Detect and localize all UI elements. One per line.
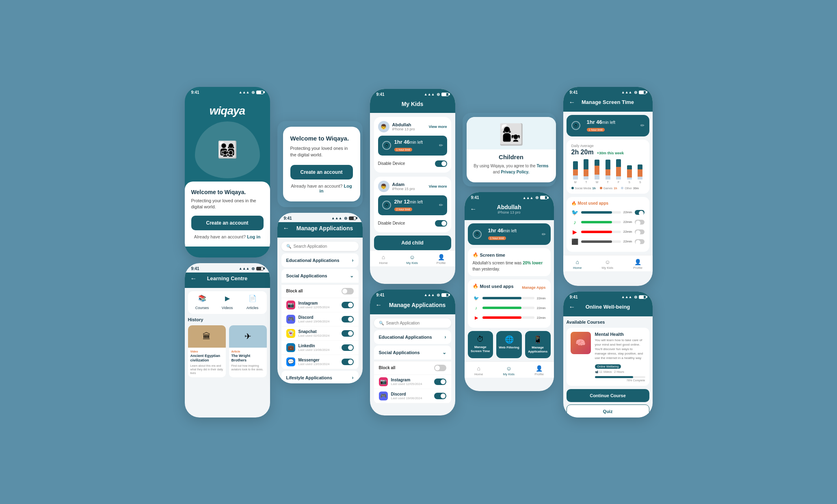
- category-social[interactable]: Social Applications ⌄: [281, 269, 359, 283]
- login-link-splash[interactable]: Log in: [247, 234, 260, 239]
- battery-icon-detail: [540, 196, 547, 199]
- edit-icon-detail[interactable]: ✏: [542, 231, 546, 237]
- back-button-wellbeing[interactable]: ←: [569, 303, 575, 311]
- edit-icon-adam[interactable]: ✏: [439, 202, 443, 208]
- back-button-manage2[interactable]: ←: [376, 301, 382, 309]
- quick-action-screentime[interactable]: ⏱ Manage Screen Time: [468, 331, 493, 358]
- spotify-bar-st: [581, 221, 621, 223]
- login-prompt-card: Already have an account? Log in: [290, 184, 353, 193]
- app4-bar-st: [581, 240, 621, 243]
- twitter-toggle-st[interactable]: [635, 210, 645, 215]
- app4-time-st: 22min: [623, 240, 632, 243]
- back-button-screentime[interactable]: ←: [569, 99, 575, 106]
- spotify-toggle-st[interactable]: [635, 220, 645, 225]
- instagram-icon-2: 📷: [379, 377, 388, 386]
- nav-kids-screentime[interactable]: ☺My Kids: [602, 259, 613, 270]
- edit-icon-abdullah[interactable]: ✏: [439, 143, 443, 148]
- quick-actions: ⏱ Manage Screen Time 🌐 Web Filtering 📱 M…: [465, 331, 554, 361]
- category-social-2[interactable]: Social Applications ⌄: [374, 346, 451, 359]
- add-child-button[interactable]: Add child: [374, 236, 451, 250]
- terms-link[interactable]: Terms: [536, 164, 548, 168]
- column-5: 9:41 ▲▲▲ ⊜ ← Manage Screen Time ⏱ 1hr 46…: [563, 87, 653, 417]
- tab-videos[interactable]: ▶ Videos: [215, 294, 240, 311]
- articles-icon: 📄: [240, 294, 265, 302]
- category-educational-2[interactable]: Educational Applications ›: [374, 330, 451, 344]
- create-account-button-splash[interactable]: Create an account: [191, 216, 264, 230]
- status-icons-splash: ▲▲▲ ⊜: [239, 90, 264, 95]
- edit-icon-screentime[interactable]: ✏: [640, 123, 645, 128]
- time-left-detail: 1hr 46min left: [488, 227, 517, 234]
- app4-toggle-st[interactable]: [635, 239, 645, 244]
- usage-row-twitter-detail: 🐦 22min: [473, 294, 546, 302]
- manage-apps-title: Manage Applications: [293, 225, 357, 231]
- category-lifestyle[interactable]: Lifestyle Applications ›: [281, 371, 359, 383]
- status-icons-manage2: ▲▲▲ ⊜: [424, 293, 449, 297]
- nav-kids-kids[interactable]: ☺My Kids: [407, 254, 418, 265]
- nav-profile-detail[interactable]: 👤Profile: [534, 365, 544, 376]
- daily-section: Daily Average 2h 20m +30m this week M: [567, 140, 649, 194]
- course-meta: 📹 11 Videos · 2 Hours: [595, 370, 645, 374]
- search-input-manage[interactable]: [294, 244, 354, 249]
- nav-profile-kids[interactable]: 👤Profile: [437, 254, 446, 265]
- app-item-instagram: 📷 Instagram Last used 12/05/2024: [281, 298, 359, 312]
- nav-profile-screentime[interactable]: 👤Profile: [633, 259, 642, 270]
- discord-toggle[interactable]: [342, 316, 354, 322]
- fire-icon-screentime: 🔥: [473, 252, 478, 257]
- welcome-heading: Welcome to Wiqaya.: [290, 135, 353, 142]
- quick-action-apps[interactable]: 📱 Manage Applications: [525, 331, 551, 358]
- nav-kids-detail[interactable]: ☺My Kids: [503, 365, 515, 376]
- nav-home-detail[interactable]: ⌂Home: [474, 365, 483, 376]
- spotify-time-detail: 22min: [537, 306, 546, 310]
- history-card-body-1: Video Ancient Egyptian civilization Lear…: [188, 348, 226, 378]
- search-box-manage: 🔍: [281, 242, 359, 251]
- back-button-manage[interactable]: ←: [283, 225, 290, 232]
- quick-action-webfilter[interactable]: 🌐 Web Filtering: [496, 331, 522, 358]
- nav-home-screentime[interactable]: ⌂Home: [573, 259, 582, 270]
- instagram-toggle[interactable]: [342, 302, 354, 308]
- kid-device-adam: iPhone 15 pro: [392, 187, 429, 191]
- tab-courses[interactable]: 📚 Courses: [190, 294, 215, 311]
- phone-screentime: 9:41 ▲▲▲ ⊜ ← Manage Screen Time ⏱ 1hr 46…: [563, 87, 653, 286]
- twitter-time-detail: 22min: [537, 296, 546, 300]
- manage-apps-link-detail[interactable]: Manage Apps: [522, 286, 545, 290]
- quiz-button[interactable]: Quiz: [567, 404, 649, 417]
- back-button-detail[interactable]: ←: [470, 205, 477, 213]
- nav-home-kids[interactable]: ⌂Home: [379, 254, 387, 265]
- available-courses: Available Courses 🧠 Mental Health You wi…: [563, 316, 653, 386]
- tab-articles[interactable]: 📄 Articles: [240, 294, 265, 311]
- disable-toggle-abdullah[interactable]: [435, 160, 447, 167]
- block-all-toggle[interactable]: [342, 288, 354, 294]
- messenger-toggle[interactable]: [342, 359, 354, 365]
- history-card-1[interactable]: 🏛 Video Ancient Egyptian civilization Le…: [188, 325, 226, 378]
- course-badge: Online Wellbeing: [595, 364, 621, 369]
- status-bar-manage2: 9:41 ▲▲▲ ⊜: [370, 290, 455, 299]
- view-more-adam[interactable]: View more: [429, 184, 447, 188]
- discord-toggle-2[interactable]: [434, 393, 446, 399]
- youtube-icon-st: ▶: [571, 228, 579, 236]
- continue-course-button[interactable]: Continue Course: [567, 389, 649, 402]
- disable-toggle-adam[interactable]: [435, 220, 447, 227]
- chevron-social: ⌄: [350, 273, 354, 279]
- category-educational[interactable]: Educational Applications ›: [281, 253, 359, 267]
- search-input-manage2[interactable]: [386, 321, 446, 325]
- kid-name-adam: Adam: [392, 182, 429, 187]
- manage-apps-title-2: Manage Applications: [385, 302, 450, 308]
- progress-bar-wrap: [595, 376, 645, 378]
- time-manage2: 9:41: [376, 293, 385, 297]
- battery-icon-screentime: [639, 91, 646, 94]
- create-account-button-card[interactable]: Create an account: [290, 165, 353, 180]
- instagram-toggle-2[interactable]: [434, 379, 446, 385]
- snapchat-toggle[interactable]: [342, 330, 354, 337]
- home-icon-detail: ⌂: [474, 365, 483, 372]
- linkedin-icon: 💼: [286, 343, 295, 352]
- screentime-header: ← Manage Screen Time: [563, 96, 653, 112]
- privacy-link[interactable]: Privacy Policy.: [501, 170, 529, 174]
- welcome-subheading: Protecting your loved ones in the digita…: [290, 145, 353, 158]
- history-card-2[interactable]: ✈ Article The Wright Brothers Find out h…: [229, 325, 267, 378]
- view-more-abdullah[interactable]: View more: [429, 125, 447, 129]
- linkedin-toggle[interactable]: [342, 344, 354, 351]
- block-all-toggle-2[interactable]: [434, 365, 446, 371]
- youtube-toggle-st[interactable]: [635, 229, 645, 234]
- back-button-learning[interactable]: ←: [190, 275, 197, 282]
- app-item-discord: 🎮 Discord Last used 19/06/2024: [281, 312, 359, 327]
